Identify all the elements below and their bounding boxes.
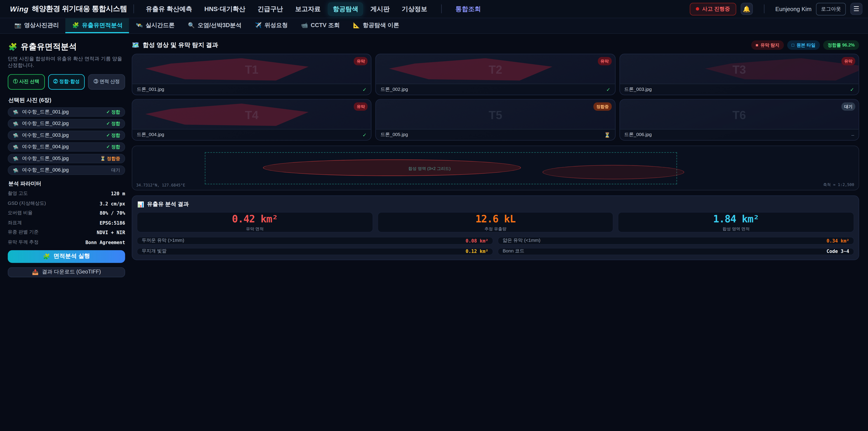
param-label: 유종 판별 기준 <box>8 229 38 236</box>
tile-status: ✓ <box>606 87 610 92</box>
file-status: ⏳ 정합중 <box>100 156 120 162</box>
tile-t2[interactable]: T2 유막 드론_002.jpg ✓ <box>375 54 615 95</box>
tile-id: T1 <box>132 54 371 85</box>
divider <box>441 4 441 13</box>
results-panel: 📊 유출유 분석 결과 0.42 km² 유막 면적 12.6 kL 추정 유출… <box>132 195 859 260</box>
tile-footer: 드론_004.jpg ✓ <box>132 129 371 140</box>
tab-oil-area-analysis[interactable]: 🧩 유출유면적분석 <box>66 18 129 33</box>
tile-id: T3 <box>620 54 859 85</box>
composite-scale: 축척 ≈ 1:2,500 <box>823 182 854 188</box>
nav-item-integrated-search[interactable]: 통합조회 <box>451 2 486 16</box>
stat-cards: 0.42 km² 유막 면적 12.6 kL 추정 유출량 1.84 km² 합… <box>137 212 854 233</box>
nav-item-rescue[interactable]: 긴급구난 <box>252 2 288 16</box>
param-row: 좌표계 EPSG:5186 <box>8 220 125 226</box>
nav-item-reports[interactable]: 보고자료 <box>290 2 326 16</box>
params-title: 분석 파라미터 <box>8 181 125 188</box>
app-logo: Wing 해양환경 위기대응 통합시스템 <box>10 4 127 14</box>
tab-photo-management[interactable]: 📷 영상사진관리 <box>8 18 66 33</box>
puzzle-icon: 🧩 <box>72 22 79 28</box>
file-name: 여수항_드론_001.jpg <box>22 109 103 116</box>
sub-tabbar: 📷 영상사진관리 🧩 유출유면적분석 🛰️ 실시간드론 🔍 오염/선박3D분석 … <box>0 18 868 34</box>
tile-badge: 유막 <box>841 57 855 65</box>
legend-label: 원본 타일 <box>797 42 815 48</box>
drone-icon: 🛸 <box>13 110 19 115</box>
step-select-photos[interactable]: ① 사진 선택 <box>8 74 44 90</box>
composite-area-label: 합성 영역 (3×2 그리드) <box>408 166 451 172</box>
drone-icon: 🛸 <box>13 156 19 161</box>
map-icon: 🗺️ <box>132 41 140 49</box>
oil-slick-ellipse-small <box>543 165 684 180</box>
legend: ■ 유막 탐지 □ 원본 타일 정합률 96.2% <box>751 40 859 50</box>
tile-badge: 정합중 <box>594 102 612 111</box>
bell-icon: 🔔 <box>743 5 750 12</box>
nav-item-hns[interactable]: HNS·대기확산 <box>199 2 250 16</box>
tab-label: 위성요청 <box>265 21 288 29</box>
download-geotiff-button[interactable]: 📥 결과 다운로드 (GeoTIFF) <box>8 267 125 277</box>
param-label: 오버랩 비율 <box>8 210 33 217</box>
tile-t1[interactable]: T1 유막 드론_001.jpg ✓ <box>132 54 372 95</box>
tile-footer: 드론_001.jpg ✓ <box>132 84 371 95</box>
notifications-button[interactable]: 🔔 <box>741 3 753 15</box>
step-indicator: ① 사진 선택 ② 정합·합성 ③ 면적 산정 <box>8 74 125 90</box>
main-title: 🗺️ 합성 영상 및 유막 탐지 결과 <box>132 41 218 49</box>
detail-value: 0.34 km² <box>827 238 849 243</box>
logout-button[interactable]: 로그아웃 <box>816 2 846 15</box>
run-area-analysis-button[interactable]: 🧩 면적분석 실행 <box>8 250 125 263</box>
menu-button[interactable]: ☰ <box>850 3 863 15</box>
file-status: ✓ 정합 <box>106 144 120 150</box>
tile-filename: 드론_002.jpg <box>380 86 606 93</box>
tab-label: 유출유면적분석 <box>82 21 123 29</box>
file-row[interactable]: 🛸 여수항_드론_001.jpg ✓ 정합 <box>8 107 125 117</box>
file-row[interactable]: 🛸 여수항_드론_004.jpg ✓ 정합 <box>8 143 125 152</box>
param-row: GSD (지상해상도) 3.2 cm/px <box>8 200 125 207</box>
param-value: 120 m <box>111 191 125 196</box>
tab-satellite-request[interactable]: ✈️ 위성요청 <box>248 18 294 33</box>
nav-item-board[interactable]: 게시판 <box>366 2 395 16</box>
file-row[interactable]: 🛸 여수항_드론_003.jpg ✓ 정합 <box>8 131 125 140</box>
tile-t4[interactable]: T4 유막 드론_004.jpg ✓ <box>132 99 372 141</box>
file-name: 여수항_드론_003.jpg <box>22 132 103 139</box>
param-row: 촬영 고도 120 m <box>8 190 125 197</box>
tab-pollution-3d[interactable]: 🔍 오염/선박3D분석 <box>181 18 248 33</box>
tile-t5[interactable]: T5 정합중 드론_005.jpg ⏳ <box>375 99 615 141</box>
drone-icon: 🛸 <box>13 133 19 138</box>
hamburger-icon: ☰ <box>853 5 859 13</box>
tab-cctv[interactable]: 📹 CCTV 조회 <box>294 18 346 33</box>
file-status: ✓ 정합 <box>106 121 120 127</box>
sidebar-title-text: 유출유면적분석 <box>21 41 77 52</box>
detail-label: 얇은 유막 (<1mm) <box>503 237 540 244</box>
detail-rows: 두꺼운 유막 (>1mm) 0.08 km² 얇은 유막 (<1mm) 0.34… <box>137 237 854 255</box>
tile-t6[interactable]: T6 대기 드론_006.jpg – <box>619 99 859 141</box>
file-row[interactable]: 🛸 여수항_드론_005.jpg ⏳ 정합중 <box>8 154 125 164</box>
tab-label: 오염/선박3D분석 <box>197 21 241 29</box>
detail-thick-slick: 두꺼운 유막 (>1mm) 0.08 km² <box>137 237 493 244</box>
detail-thin-slick: 얇은 유막 (<1mm) 0.34 km² <box>498 237 854 244</box>
file-row[interactable]: 🛸 여수항_드론_006.jpg 대기 <box>8 166 125 175</box>
topbar-right: 사고 진행중 🔔 Eunjeong Kim 로그아웃 ☰ <box>690 2 863 15</box>
nav-item-oil-spread[interactable]: 유출유 확산예측 <box>141 2 197 16</box>
logo-wordmark: Wing <box>10 5 29 13</box>
step-area-estimate[interactable]: ③ 면적 산정 <box>88 74 125 90</box>
stat-value: 1.84 km² <box>713 213 759 224</box>
download-button-label: 결과 다운로드 (GeoTIFF) <box>42 269 101 276</box>
step-align-composite[interactable]: ② 정합·합성 <box>48 74 85 90</box>
composite-preview[interactable]: 합성 영역 (3×2 그리드) 34.7312°N, 127.6845°E 축척… <box>132 146 859 190</box>
tab-realtime-drone[interactable]: 🛰️ 실시간드론 <box>129 18 181 33</box>
red-square-icon: ■ <box>756 43 758 48</box>
tile-badge: 유막 <box>354 57 368 65</box>
tile-t3[interactable]: T3 유막 드론_003.jpg ✓ <box>619 54 859 95</box>
tile-footer: 드론_002.jpg ✓ <box>376 84 615 95</box>
puzzle-icon: 🧩 <box>8 43 18 51</box>
tab-aerial-theory[interactable]: 📐 항공탐색 이론 <box>346 18 406 33</box>
tile-status: ✓ <box>363 87 367 92</box>
run-button-label: 면적분석 실행 <box>54 252 90 260</box>
ruler-icon: 📐 <box>353 22 360 28</box>
stat-spill-volume: 12.6 kL 추정 유출량 <box>377 212 614 233</box>
nav-item-aerial-search[interactable]: 항공탐색 <box>328 2 363 16</box>
detail-value: Code 3~4 <box>827 249 849 254</box>
tile-status: ✓ <box>363 132 367 137</box>
nav-item-weather[interactable]: 기상정보 <box>397 2 432 16</box>
file-status: ✓ 정합 <box>106 132 120 138</box>
tile-filename: 드론_006.jpg <box>624 131 851 138</box>
file-row[interactable]: 🛸 여수항_드론_002.jpg ✓ 정합 <box>8 119 125 129</box>
